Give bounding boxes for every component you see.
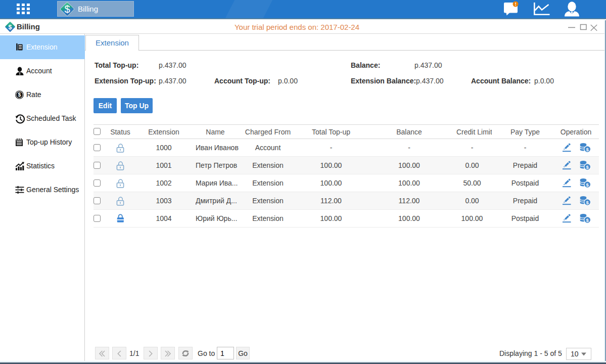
svg-text:$: $ [586,200,589,205]
svg-text:$: $ [586,182,589,188]
svg-text:$: $ [586,164,589,170]
svg-text:$: $ [18,92,21,98]
svg-text:$: $ [586,217,589,223]
svg-text:$: $ [64,4,70,15]
svg-text:$: $ [586,147,589,152]
